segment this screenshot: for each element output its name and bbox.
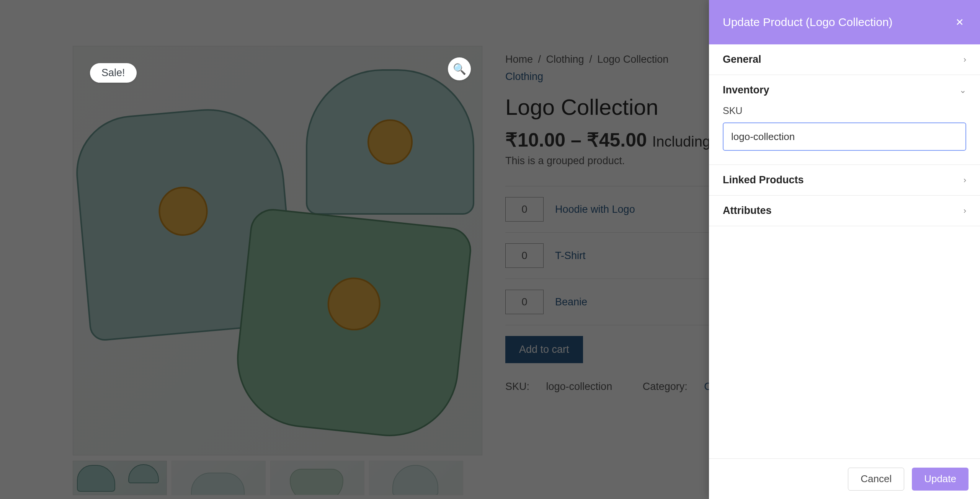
close-icon[interactable]: ✕ [953,16,966,29]
section-general: General › [709,44,980,75]
cancel-button[interactable]: Cancel [848,468,904,491]
update-button[interactable]: Update [912,468,969,491]
chevron-right-icon: › [964,175,966,185]
section-linked-header[interactable]: Linked Products › [709,165,980,195]
section-linked-products: Linked Products › [709,165,980,196]
drawer-header: Update Product (Logo Collection) ✕ [709,0,980,44]
drawer-title: Update Product (Logo Collection) [723,16,893,29]
sku-label: SKU [723,105,966,116]
sku-input[interactable] [723,122,966,151]
chevron-right-icon: › [964,206,966,216]
section-general-header[interactable]: General › [709,44,980,75]
section-attributes-header[interactable]: Attributes › [709,196,980,226]
update-product-drawer: Update Product (Logo Collection) ✕ Gener… [709,0,980,499]
section-inventory: Inventory ⌄ SKU [709,75,980,165]
section-inventory-body: SKU [709,105,980,165]
zoom-icon[interactable]: 🔍 [448,57,471,80]
chevron-right-icon: › [964,55,966,65]
section-attributes: Attributes › [709,196,980,226]
drawer-footer: Cancel Update [709,458,980,499]
sale-badge: Sale! [90,63,137,83]
section-inventory-header[interactable]: Inventory ⌄ [709,75,980,105]
chevron-down-icon: ⌄ [959,85,966,95]
drawer-body: General › Inventory ⌄ SKU Linked Product… [709,44,980,458]
